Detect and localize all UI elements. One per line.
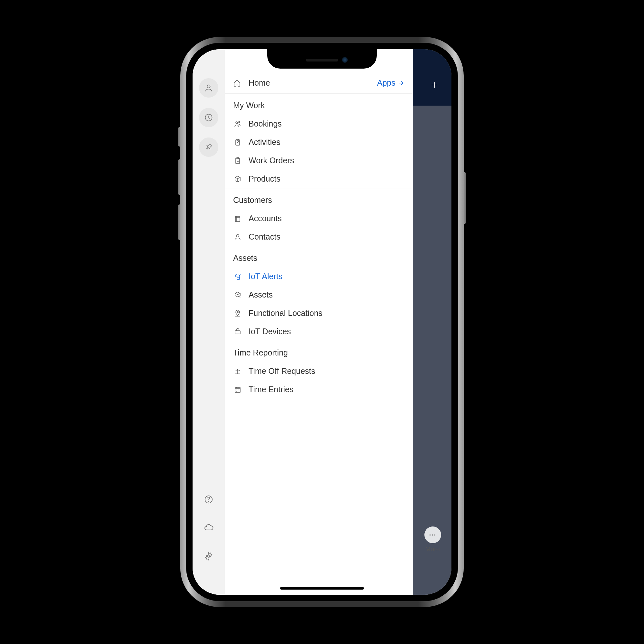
nav-item-iot-alerts[interactable]: IoT Alerts — [225, 267, 413, 286]
nav-item-work-orders[interactable]: Work Orders — [225, 151, 413, 170]
svg-point-12 — [236, 234, 239, 237]
profile-button[interactable] — [199, 78, 218, 98]
svg-point-4 — [207, 555, 210, 557]
more-button[interactable]: ··· — [424, 526, 441, 543]
power-button — [464, 172, 466, 224]
notch — [267, 49, 377, 69]
section-customers: Customers — [225, 188, 413, 209]
nav-item-products[interactable]: Products — [225, 170, 413, 188]
home-indicator[interactable] — [280, 587, 364, 590]
clipboard-list-icon — [233, 157, 242, 165]
home-label: Home — [249, 78, 377, 88]
dimmed-background[interactable]: ··· More — [413, 49, 451, 595]
nav-item-functional-locations[interactable]: Functional Locations — [225, 304, 413, 322]
calendar-icon — [233, 386, 242, 393]
svg-point-3 — [208, 501, 209, 501]
pinned-button[interactable] — [199, 137, 218, 157]
svg-rect-18 — [235, 387, 240, 393]
svg-point-14 — [239, 274, 240, 275]
volume-up-button — [178, 159, 180, 195]
svg-point-6 — [239, 121, 240, 123]
nav-item-assets[interactable]: Assets — [225, 286, 413, 304]
person-icon — [233, 233, 242, 241]
gear-icon — [204, 551, 213, 561]
nav-item-time-entries[interactable]: Time Entries — [225, 380, 413, 399]
left-rail — [193, 49, 225, 595]
cloud-icon — [204, 523, 214, 533]
apps-link[interactable]: Apps — [377, 78, 404, 88]
clipboard-icon — [233, 138, 242, 146]
nav-item-time-off-requests[interactable]: Time Off Requests — [225, 362, 413, 380]
svg-point-13 — [235, 274, 236, 275]
svg-rect-17 — [235, 331, 240, 334]
nav-item-contacts[interactable]: Contacts — [225, 228, 413, 246]
svg-point-0 — [207, 85, 210, 88]
iot-alert-icon — [233, 273, 242, 280]
arrow-right-icon — [397, 80, 404, 87]
mute-switch — [178, 127, 180, 147]
box-icon — [233, 175, 242, 183]
home-icon — [233, 79, 242, 87]
pin-icon — [204, 143, 213, 152]
location-pin-icon — [233, 309, 242, 317]
building-icon — [233, 215, 242, 223]
svg-point-16 — [237, 311, 238, 313]
box-edit-icon — [233, 291, 242, 299]
svg-rect-15 — [237, 277, 240, 279]
section-my-work: My Work — [225, 94, 413, 115]
cloud-button[interactable] — [199, 518, 218, 537]
more-label: More — [425, 545, 440, 553]
volume-down-button — [178, 204, 180, 240]
svg-rect-11 — [235, 216, 240, 222]
recent-button[interactable] — [199, 108, 218, 127]
settings-button[interactable] — [199, 546, 218, 566]
nav-item-activities[interactable]: Activities — [225, 133, 413, 151]
nav-item-accounts[interactable]: Accounts — [225, 209, 413, 228]
help-icon — [204, 495, 213, 504]
nav-item-iot-devices[interactable]: IoT Devices — [225, 322, 413, 341]
nav-panel: Home Apps My Work Bookings Activities — [225, 49, 413, 595]
device-icon — [233, 328, 242, 336]
people-icon — [233, 120, 242, 128]
help-button[interactable] — [199, 490, 218, 509]
person-icon — [204, 83, 213, 92]
svg-point-5 — [236, 122, 238, 124]
clock-icon — [204, 113, 213, 122]
section-time-reporting: Time Reporting — [225, 341, 413, 362]
add-icon[interactable] — [430, 80, 439, 90]
beach-icon — [233, 367, 242, 375]
section-assets: Assets — [225, 246, 413, 267]
nav-item-bookings[interactable]: Bookings — [225, 115, 413, 133]
phone-frame: ··· More — [180, 37, 464, 607]
